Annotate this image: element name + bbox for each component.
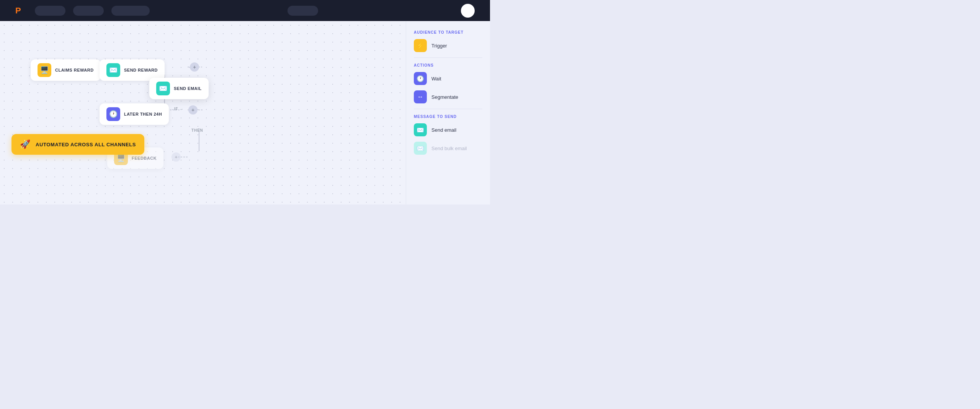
send-email-node[interactable]: ✉️ SEND EMAIL: [149, 78, 209, 99]
sidebar-wait[interactable]: 🕐 Wait: [414, 72, 482, 85]
actions-title: ACTIONS: [414, 63, 482, 67]
claims-reward-label: CLAIMS REWARD: [55, 68, 94, 72]
wait-label: LATER THEN 24H: [124, 112, 162, 116]
canvas: 🖥️ CLAIMS REWARD THEN → ✉️ SEND REWARD +…: [0, 21, 406, 204]
nav-pill-2[interactable]: [73, 6, 104, 16]
claims-reward-node[interactable]: 🖥️ CLAIMS REWARD: [31, 59, 101, 81]
feedback-label: FEEDBACK: [132, 156, 157, 160]
avatar: [461, 4, 475, 18]
nav-pill-1[interactable]: [35, 6, 65, 16]
send-reward-label: SEND REWARD: [124, 68, 158, 72]
send-email-sidebar-icon: ✉️: [414, 123, 427, 136]
wait-sidebar-label: Wait: [431, 76, 441, 82]
trigger-label: Trigger: [431, 43, 447, 49]
nav-pill-btn[interactable]: [287, 6, 318, 16]
rocket-icon: 🚀: [20, 139, 30, 149]
audience-title: AUDIENCE TO TARGET: [414, 30, 482, 34]
send-email-icon: ✉️: [156, 82, 170, 95]
message-title: MESSAGE TO SEND: [414, 115, 482, 119]
wait-icon: 🕐: [106, 107, 120, 121]
send-email-sidebar-label: Send email: [431, 127, 456, 133]
logo: P: [15, 6, 21, 16]
connector-lines: [0, 21, 406, 204]
bulk-icon: ✉️: [414, 142, 427, 155]
send-email-label: SEND EMAIL: [174, 86, 202, 91]
seg-label: Segmentate: [431, 94, 458, 100]
send-reward-icon: ✉️: [106, 63, 120, 77]
navbar: P: [0, 0, 490, 21]
banner-label: AUTOMATED ACROSS ALL CHANNELS: [36, 142, 136, 147]
sidebar: AUDIENCE TO TARGET ⚡ Trigger ACTIONS 🕐 W…: [406, 21, 490, 204]
then-label-2: THEN: [191, 128, 203, 133]
add-after-wait[interactable]: +: [188, 105, 198, 115]
trigger-icon: ⚡: [414, 39, 427, 52]
nav-pill-3[interactable]: [111, 6, 150, 16]
bulk-label: Send bulk email: [431, 146, 467, 151]
add-after-feedback[interactable]: +: [172, 152, 181, 162]
sidebar-trigger[interactable]: ⚡ Trigger: [414, 39, 482, 52]
sidebar-send-bulk[interactable]: ✉️ Send bulk email: [414, 142, 482, 155]
seg-icon: ↔: [414, 90, 427, 103]
wait-sidebar-icon: 🕐: [414, 72, 427, 85]
sidebar-send-email[interactable]: ✉️ Send email: [414, 123, 482, 136]
add-after-send-reward[interactable]: +: [190, 62, 199, 72]
automation-banner: 🚀 AUTOMATED ACROSS ALL CHANNELS: [11, 134, 144, 155]
claims-icon: 🖥️: [38, 63, 51, 77]
wait-node[interactable]: 🕐 LATER THEN 24H: [100, 103, 169, 125]
divider-1: [414, 57, 482, 58]
if-label: IF →: [174, 107, 184, 111]
main-area: 🖥️ CLAIMS REWARD THEN → ✉️ SEND REWARD +…: [0, 21, 490, 204]
divider-2: [414, 109, 482, 109]
sidebar-segmentate[interactable]: ↔ Segmentate: [414, 90, 482, 103]
